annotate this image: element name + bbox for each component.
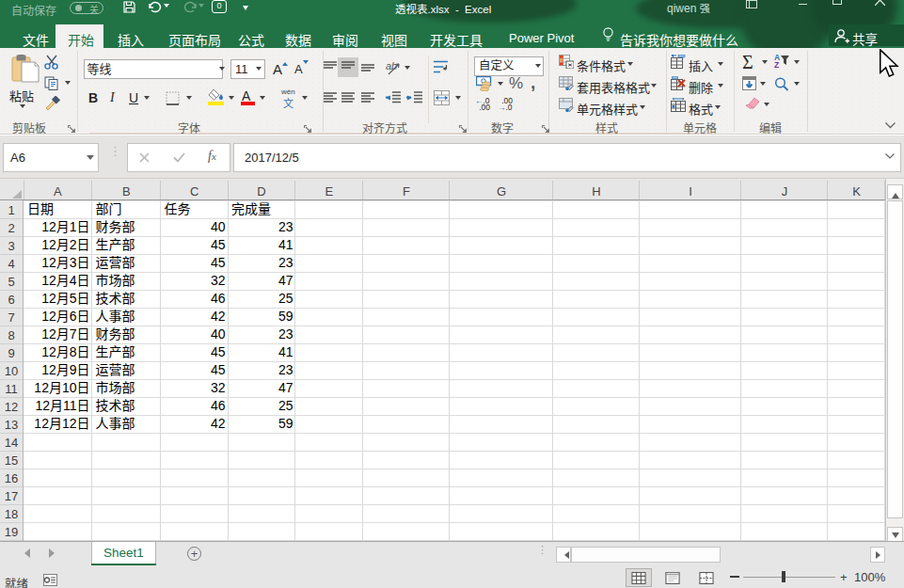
svg-text:ab: ab: [386, 60, 397, 72]
